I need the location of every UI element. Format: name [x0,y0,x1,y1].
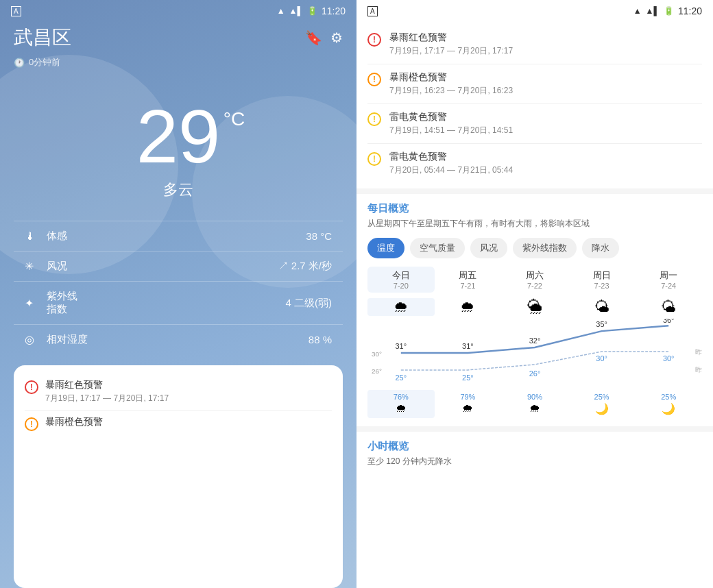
alert-time-red: 7月19日, 17:17 — 7月20日, 17:17 [45,393,169,404]
weather-icons-row: 🌧 🌧 🌦 🌤 🌤 [367,298,702,316]
app-icon: A [11,6,21,16]
rain-icon-fri: 🌧 [462,402,473,415]
alert-list-time-3: 7月19日, 14:51 — 7月20日, 14:51 [389,125,513,136]
weather-icon-sat: 🌦 [527,298,542,316]
alert-text-red: 暴雨红色预警 7月19日, 17:17 — 7月20日, 17:17 [45,379,169,404]
day-label-fri: 周五 [459,269,476,282]
rain-col-sat: 90% 🌧 [501,390,568,418]
temp-chart: 31° 31° 32° 35° 36° 30° 26° 昨日 昨日 25° 25… [367,319,702,387]
time-right: 11:20 [678,5,702,16]
day-date-fri: 7-21 [460,282,475,290]
settings-icon[interactable]: ⚙ [330,29,343,46]
day-col-today: 今日 7-20 [367,267,435,293]
day-date-today: 7-20 [394,282,409,290]
alert-list-icon-red-1: ! [367,33,381,47]
rain-icon-sat: 🌧 [529,402,540,415]
alerts-card: ! 暴雨红色预警 7月19日, 17:17 — 7月20日, 17:17 ! 暴… [14,365,343,588]
alert-item-orange[interactable]: ! 暴雨橙色预警 [25,411,332,437]
alerts-list: ! 暴雨红色预警 7月19日, 17:17 — 7月20日, 17:17 ! 暴… [356,19,713,194]
weather-icon-col-fri: 🌧 [435,298,502,316]
rain-col-today: 76% 🌧 [367,390,435,418]
rain-pct-today: 76% [394,393,409,401]
status-bar-right: A ▲ ▲▌ 🔋 11:20 [356,0,713,19]
alert-list-item-4[interactable]: ! 雷电黄色预警 7月20日, 05:44 — 7月21日, 05:44 [367,144,702,183]
hourly-overview-section: 小时概览 至少 120 分钟内无降水 [356,432,713,484]
alert-icon-red: ! [25,380,38,394]
feels-like-value: 38 °C [306,230,332,242]
alert-list-text-3: 雷电黄色预警 7月19日, 14:51 — 7月20日, 14:51 [389,111,513,136]
tab-wind[interactable]: 风况 [470,238,507,258]
temp-chart-svg: 31° 31° 32° 35° 36° 30° 26° 昨日 昨日 25° 25… [367,319,702,387]
svg-text:30°: 30° [663,354,675,363]
humidity-icon: ◎ [25,333,41,346]
day-col-sat: 周六 7-22 [501,267,568,293]
alert-item-red[interactable]: ! 暴雨红色预警 7月19日, 17:17 — 7月20日, 17:17 [25,373,332,411]
svg-text:昨日: 昨日 [695,348,702,356]
tab-temperature[interactable]: 温度 [367,238,404,258]
svg-text:25°: 25° [462,373,474,382]
rain-col-sun: 25% 🌙 [568,390,636,418]
app-icon-right: A [367,6,378,16]
alert-list-text-4: 雷电黄色预警 7月20日, 05:44 — 7月21日, 05:44 [389,151,513,176]
alert-list-icon-yellow-3: ! [367,112,381,126]
svg-text:36°: 36° [663,319,675,324]
rain-pct-sat: 90% [527,393,542,401]
daily-section-title: 每日概览 [367,202,702,215]
bookmark-icon[interactable]: 🔖 [305,29,322,46]
day-date-mon: 7-24 [661,282,676,290]
signal-icon-right: ▲▌ [646,6,660,16]
battery-icon-left: 🔋 [307,6,317,16]
svg-text:26°: 26° [372,367,382,375]
weather-icon-col-sun: 🌤 [568,298,636,316]
signal-icon: ▲▌ [289,6,303,16]
city-name: 武昌区 [14,25,71,51]
weather-icon-fri: 🌧 [460,298,475,316]
alert-icon-orange: ! [25,417,38,431]
weather-details: 🌡 体感 38 °C ✳ 风况 ↗ 2.7 米/秒 ✦ 紫外线指数 4 二级(弱… [14,221,343,354]
day-label-sat: 周六 [526,269,544,282]
alert-list-title-2: 暴雨橙色预警 [389,71,513,84]
detail-row-feels-like: 🌡 体感 38 °C [14,221,343,251]
detail-row-humidity: ◎ 相对湿度 88 % [14,324,343,354]
alert-list-item-1[interactable]: ! 暴雨红色预警 7月19日, 17:17 — 7月20日, 17:17 [367,25,702,64]
temperature-section: 29°C 多云 [0,71,356,207]
alert-list-text-1: 暴雨红色预警 7月19日, 17:17 — 7月20日, 17:17 [389,32,513,57]
tab-air-quality[interactable]: 空气质量 [410,238,465,258]
weather-icon-col-today: 🌧 [367,298,435,316]
tab-uv[interactable]: 紫外线指数 [513,238,577,258]
status-icons-left: ▲ ▲▌ 🔋 11:20 [277,5,346,16]
header-left: 武昌区 🔖 ⚙ [0,19,356,53]
weather-icon-mon: 🌤 [661,298,676,316]
svg-text:31°: 31° [462,342,474,350]
update-time-text: 0分钟前 [29,56,60,69]
humidity-label: 相对湿度 [47,333,309,346]
alert-list-time-2: 7月19日, 16:23 — 7月20日, 16:23 [389,85,513,97]
status-left-icons-right: A [367,6,378,16]
rain-icon-today: 🌧 [396,402,407,415]
wifi-icon-right: ▲ [633,6,642,16]
svg-text:32°: 32° [529,336,541,345]
svg-text:30°: 30° [372,350,382,358]
rain-pct-sun: 25% [594,393,609,401]
wind-value: ↗ 2.7 米/秒 [278,260,332,273]
weather-icon-col-sat: 🌦 [501,298,568,316]
day-col-sun: 周日 7-23 [568,267,636,293]
svg-text:31°: 31° [396,342,407,350]
hourly-section-desc: 至少 120 分钟内无降水 [367,456,702,467]
uv-icon: ✦ [25,297,41,310]
tab-precip[interactable]: 降水 [582,238,619,258]
day-col-mon: 周一 7-24 [635,267,702,293]
day-col-fri: 周五 7-21 [435,267,502,293]
feels-like-label: 体感 [47,230,306,243]
right-content: ! 暴雨红色预警 7月19日, 17:17 — 7月20日, 17:17 ! 暴… [356,19,713,588]
alert-list-item-2[interactable]: ! 暴雨橙色预警 7月19日, 16:23 — 7月20日, 16:23 [367,64,702,104]
status-icons-right: ▲ ▲▌ 🔋 11:20 [633,5,702,16]
detail-row-uv: ✦ 紫外线指数 4 二级(弱) [14,281,343,324]
weather-icon-col-mon: 🌤 [635,298,702,316]
wifi-icon: ▲ [277,6,285,16]
alert-list-title-3: 雷电黄色预警 [389,111,513,123]
alert-list-item-3[interactable]: ! 雷电黄色预警 7月19日, 14:51 — 7月20日, 14:51 [367,104,702,144]
time-left: 11:20 [322,5,346,16]
alert-title-red: 暴雨红色预警 [45,379,169,391]
status-bar-left: A ▲ ▲▌ 🔋 11:20 [0,0,356,19]
